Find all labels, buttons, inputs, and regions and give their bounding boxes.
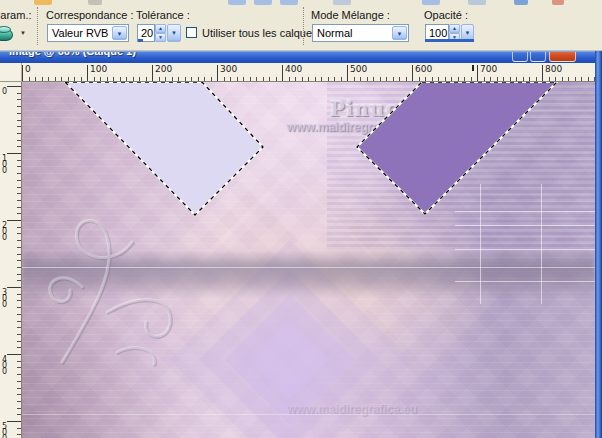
preset-dropdown-arrow-icon[interactable]: ▼ <box>20 30 26 36</box>
ruler-corner <box>0 63 22 82</box>
tolerance-spinner: ▲ ▼ <box>155 24 166 42</box>
ruler-vertical: 0100200300400500 <box>0 82 22 438</box>
ruler-horizontal: 0100200300400500600700800 <box>22 63 596 82</box>
clipped-toolbar-icon[interactable] <box>34 0 52 5</box>
image-window-border <box>595 51 602 438</box>
selection-overlay <box>22 82 595 438</box>
use-all-layers-checkbox[interactable] <box>186 27 197 38</box>
tolerance-spin-up-icon[interactable]: ▲ <box>155 24 166 33</box>
clipped-toolbar-icon[interactable] <box>514 0 528 5</box>
ruler-cursor-indicator <box>472 65 474 71</box>
clipped-toolbar-icon[interactable] <box>88 0 102 5</box>
correspondance-value: Valeur RVB <box>52 27 108 39</box>
toolbar-separator <box>303 7 304 45</box>
toolbar-separator <box>37 7 38 45</box>
correspondance-label: Correspondance : <box>46 9 133 21</box>
preset-paint-bucket-icon[interactable] <box>0 25 15 42</box>
tolerance-label: Tolérance : <box>136 9 190 21</box>
close-button[interactable] <box>549 51 576 62</box>
image-window-titlebar[interactable]: Image @ 66% (Calque 1) <box>0 51 602 63</box>
opacity-label: Opacité : <box>424 9 468 21</box>
restore-button[interactable] <box>530 51 546 62</box>
clipped-toolbar-icon[interactable] <box>468 0 486 5</box>
blend-mode-value: Normal <box>317 27 352 39</box>
image-window-title: Image @ 66% (Calque 1) <box>9 51 289 57</box>
correspondance-dropdown-arrow-icon[interactable]: ▼ <box>112 26 127 40</box>
tolerance-value: 20 <box>141 27 153 39</box>
tolerance-spin-down-icon[interactable]: ▼ <box>155 33 166 42</box>
clipped-toolbar-icon[interactable] <box>280 0 298 5</box>
tolerance-meter <box>138 39 143 42</box>
purple-selection[interactable] <box>357 82 557 214</box>
param-label: Param.: <box>0 9 32 21</box>
app-screen: Param.: ▼ Correspondance : Valeur RVB ▼ … <box>0 0 602 438</box>
clipped-toolbar-icon[interactable] <box>254 0 272 5</box>
use-all-layers-label: Utiliser tous les calques <box>202 27 318 39</box>
clipped-toolbar-icon[interactable] <box>422 0 440 5</box>
opacity-spin-up-icon[interactable]: ▲ <box>449 24 460 33</box>
opacity-value: 100 <box>429 27 447 39</box>
blend-mode-dropdown-arrow-icon[interactable]: ▼ <box>392 26 407 40</box>
blend-mode-combobox[interactable]: Normal ▼ <box>312 24 409 42</box>
correspondance-combobox[interactable]: Valeur RVB ▼ <box>47 24 129 42</box>
clipped-toolbar-icon[interactable] <box>228 0 246 5</box>
canvas-area[interactable]: Pinuccia www.maidiregrafica.eu www.maidi… <box>22 82 595 438</box>
clipped-toolbar-icon[interactable] <box>552 0 564 5</box>
blend-mode-label: Mode Mélange : <box>311 9 390 21</box>
tolerance-slider-arrow-icon[interactable]: ▼ <box>167 24 181 42</box>
clipped-toolbar-icon[interactable] <box>333 0 351 5</box>
opacity-meter <box>425 39 474 42</box>
minimize-button[interactable] <box>512 51 528 62</box>
light-lavender-selection[interactable] <box>65 82 263 215</box>
